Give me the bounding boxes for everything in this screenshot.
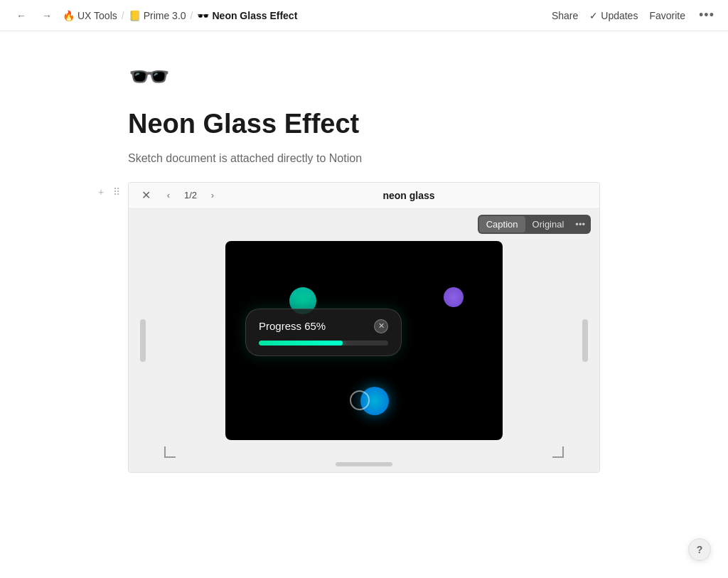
share-button[interactable]: Share [552,10,578,21]
viewer-canvas: Progress 65% ✕ [129,209,599,472]
page-title: Neon Glass Effect [128,108,600,141]
breadcrumb-neon[interactable]: 🕶️ Neon Glass Effect [197,10,297,21]
page-icon: 🕶️ [128,60,600,94]
updates-checkmark: ✓ [589,10,598,21]
neon-card-header: Progress 65% ✕ [259,319,388,333]
main-content: 🕶️ Neon Glass Effect Sketch document is … [0,31,728,578]
original-tab[interactable]: Original [525,216,572,232]
caption-tab[interactable]: Caption [479,216,525,232]
neon-close-button[interactable]: ✕ [374,319,388,333]
breadcrumb-neon-label: Neon Glass Effect [212,10,297,21]
canvas-left-handle [140,319,146,362]
breadcrumb: 🔥 UX Tools / 📒 Prime 3.0 / 🕶️ Neon Glass… [63,10,297,21]
page-subtitle: Sketch document is attached directly to … [128,152,600,165]
viewer-nav: ‹ 1/2 › [160,187,221,204]
viewer-toolbar: ✕ ‹ 1/2 › neon glass [129,183,599,209]
corner-mark-br [552,446,564,458]
viewer-filename: neon glass [227,190,591,201]
more-menu-button[interactable]: ••• [697,6,717,26]
back-button[interactable]: ← [11,6,31,26]
updates-button[interactable]: ✓ Updates [589,10,638,21]
topbar-left: ← → 🔥 UX Tools / 📒 Prime 3.0 / 🕶️ Neon G… [11,6,297,26]
viewer-prev-button[interactable]: ‹ [160,187,177,204]
help-button[interactable]: ? [688,538,711,561]
blob-purple [444,287,464,307]
drag-block-button[interactable]: ⠿ [109,185,124,199]
neon-progress-bar-bg [259,341,388,346]
notebook-icon: 📒 [129,10,141,21]
sunglasses-icon-breadcrumb: 🕶️ [197,10,209,21]
breadcrumb-prime[interactable]: 📒 Prime 3.0 [129,10,186,21]
breadcrumb-sep-1: / [122,10,124,21]
breadcrumb-ux-tools[interactable]: 🔥 UX Tools [63,10,117,21]
breadcrumb-ux-tools-label: UX Tools [77,10,117,21]
topbar-right: Share ✓ Updates Favorite ••• [552,6,717,26]
viewer-page-indicator: 1/2 [180,190,201,200]
viewer-canvas-wrapper: Caption Original ••• [129,209,599,472]
neon-progress-card: Progress 65% ✕ [245,309,402,356]
breadcrumb-prime-label: Prime 3.0 [144,10,186,21]
corner-mark-bl [164,446,176,458]
add-block-button[interactable]: + [94,185,108,199]
viewer-close-button[interactable]: ✕ [137,187,154,204]
viewer-next-button[interactable]: › [204,187,221,204]
favorite-button[interactable]: Favorite [649,10,685,21]
block-controls: + ⠿ [94,185,124,199]
fire-icon: 🔥 [63,10,75,21]
sketch-viewer: ✕ ‹ 1/2 › neon glass Caption Original ••… [128,182,600,473]
breadcrumb-sep-2: / [191,10,193,21]
canvas-right-handle [582,319,588,362]
neon-progress-bar-fill [259,341,343,346]
viewer-tabs-overlay: Caption Original ••• [478,215,591,234]
updates-label: Updates [601,10,638,21]
viewer-more-button[interactable]: ••• [571,216,589,232]
sketch-content: Progress 65% ✕ [225,241,503,440]
blob-circle-outline [350,390,370,410]
neon-card-title: Progress 65% [259,320,326,332]
forward-button[interactable]: → [37,6,57,26]
canvas-scrollbar[interactable] [336,462,392,466]
sketch-block: + ⠿ ✕ ‹ 1/2 › neon glass Caption [128,182,600,473]
topbar: ← → 🔥 UX Tools / 📒 Prime 3.0 / 🕶️ Neon G… [0,0,728,31]
